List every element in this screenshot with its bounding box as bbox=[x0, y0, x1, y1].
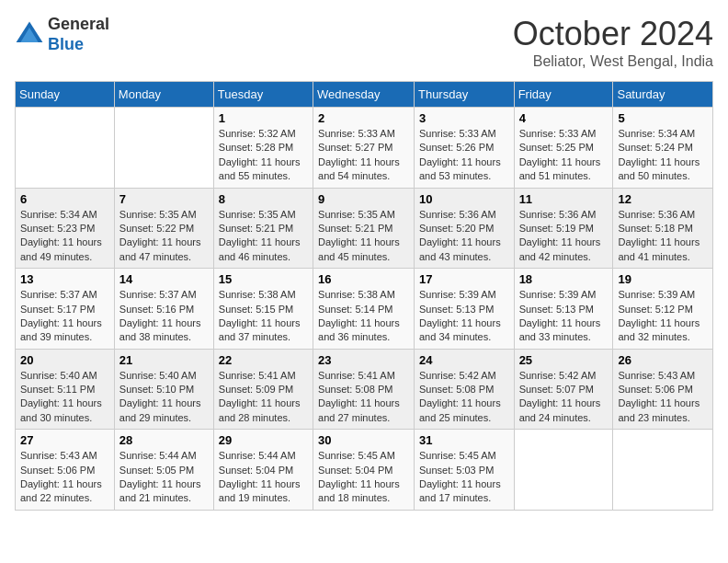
daylight-text: Daylight: 11 hours and 27 minutes. bbox=[318, 397, 400, 422]
daylight-text: Daylight: 11 hours and 46 minutes. bbox=[219, 236, 301, 261]
sunset-text: Sunset: 5:17 PM bbox=[20, 304, 95, 315]
calendar-cell: 25 Sunrise: 5:42 AM Sunset: 5:07 PM Dayl… bbox=[514, 349, 613, 430]
day-number: 23 bbox=[318, 353, 409, 367]
sunrise-text: Sunrise: 5:43 AM bbox=[618, 370, 695, 381]
calendar-cell: 19 Sunrise: 5:39 AM Sunset: 5:12 PM Dayl… bbox=[613, 269, 713, 350]
sunset-text: Sunset: 5:21 PM bbox=[219, 223, 293, 234]
sunrise-text: Sunrise: 5:35 AM bbox=[318, 209, 395, 220]
calendar-cell: 20 Sunrise: 5:40 AM Sunset: 5:11 PM Dayl… bbox=[16, 349, 115, 430]
sunrise-text: Sunrise: 5:42 AM bbox=[519, 370, 597, 381]
daylight-text: Daylight: 11 hours and 55 minutes. bbox=[219, 156, 301, 181]
sunset-text: Sunset: 5:19 PM bbox=[519, 223, 594, 234]
calendar-cell: 24 Sunrise: 5:42 AM Sunset: 5:08 PM Dayl… bbox=[414, 349, 514, 430]
col-header-sunday: Sunday bbox=[16, 82, 115, 108]
day-info: Sunrise: 5:36 AM Sunset: 5:20 PM Dayligh… bbox=[419, 208, 509, 265]
sunrise-text: Sunrise: 5:39 AM bbox=[618, 289, 695, 300]
sunset-text: Sunset: 5:24 PM bbox=[618, 142, 692, 153]
day-info: Sunrise: 5:36 AM Sunset: 5:18 PM Dayligh… bbox=[618, 208, 708, 265]
calendar-week-row: 1 Sunrise: 5:32 AM Sunset: 5:28 PM Dayli… bbox=[16, 108, 713, 189]
day-info: Sunrise: 5:41 AM Sunset: 5:09 PM Dayligh… bbox=[219, 369, 308, 426]
day-number: 26 bbox=[618, 353, 708, 367]
sunrise-text: Sunrise: 5:36 AM bbox=[618, 209, 695, 220]
day-number: 9 bbox=[318, 192, 409, 206]
day-info: Sunrise: 5:45 AM Sunset: 5:03 PM Dayligh… bbox=[419, 449, 509, 506]
daylight-text: Daylight: 11 hours and 47 minutes. bbox=[119, 236, 201, 261]
sunrise-text: Sunrise: 5:44 AM bbox=[119, 450, 197, 461]
sunset-text: Sunset: 5:28 PM bbox=[219, 142, 293, 153]
day-info: Sunrise: 5:37 AM Sunset: 5:17 PM Dayligh… bbox=[20, 288, 109, 345]
day-number: 22 bbox=[219, 353, 308, 367]
calendar-cell: 17 Sunrise: 5:39 AM Sunset: 5:13 PM Dayl… bbox=[414, 269, 514, 350]
daylight-text: Daylight: 11 hours and 54 minutes. bbox=[318, 156, 400, 181]
calendar-cell: 22 Sunrise: 5:41 AM Sunset: 5:09 PM Dayl… bbox=[213, 349, 313, 430]
day-number: 12 bbox=[618, 192, 708, 206]
calendar-week-row: 27 Sunrise: 5:43 AM Sunset: 5:06 PM Dayl… bbox=[16, 430, 713, 511]
calendar-cell bbox=[16, 108, 115, 189]
calendar-cell: 30 Sunrise: 5:45 AM Sunset: 5:04 PM Dayl… bbox=[313, 430, 415, 511]
day-info: Sunrise: 5:44 AM Sunset: 5:05 PM Dayligh… bbox=[119, 449, 209, 506]
sunrise-text: Sunrise: 5:37 AM bbox=[119, 289, 197, 300]
sunset-text: Sunset: 5:13 PM bbox=[419, 304, 494, 315]
calendar-body: 1 Sunrise: 5:32 AM Sunset: 5:28 PM Dayli… bbox=[16, 108, 713, 511]
calendar-table: SundayMondayTuesdayWednesdayThursdayFrid… bbox=[15, 81, 713, 511]
calendar-cell bbox=[514, 430, 613, 511]
calendar-cell: 7 Sunrise: 5:35 AM Sunset: 5:22 PM Dayli… bbox=[114, 188, 213, 269]
day-number: 18 bbox=[519, 272, 609, 286]
daylight-text: Daylight: 11 hours and 38 minutes. bbox=[119, 317, 201, 342]
day-number: 10 bbox=[419, 192, 509, 206]
day-number: 20 bbox=[20, 353, 109, 367]
col-header-monday: Monday bbox=[114, 82, 213, 108]
day-number: 21 bbox=[119, 353, 209, 367]
day-info: Sunrise: 5:33 AM Sunset: 5:27 PM Dayligh… bbox=[318, 127, 409, 184]
calendar-cell: 4 Sunrise: 5:33 AM Sunset: 5:25 PM Dayli… bbox=[514, 108, 613, 189]
sunrise-text: Sunrise: 5:36 AM bbox=[419, 209, 496, 220]
logo-blue-text: Blue bbox=[48, 35, 109, 55]
sunrise-text: Sunrise: 5:33 AM bbox=[318, 128, 395, 139]
calendar-cell: 12 Sunrise: 5:36 AM Sunset: 5:18 PM Dayl… bbox=[613, 188, 713, 269]
day-info: Sunrise: 5:35 AM Sunset: 5:21 PM Dayligh… bbox=[219, 208, 308, 265]
day-info: Sunrise: 5:42 AM Sunset: 5:07 PM Dayligh… bbox=[519, 369, 609, 426]
calendar-cell: 10 Sunrise: 5:36 AM Sunset: 5:20 PM Dayl… bbox=[414, 188, 514, 269]
calendar-week-row: 20 Sunrise: 5:40 AM Sunset: 5:11 PM Dayl… bbox=[16, 349, 713, 430]
calendar-cell: 2 Sunrise: 5:33 AM Sunset: 5:27 PM Dayli… bbox=[313, 108, 415, 189]
daylight-text: Daylight: 11 hours and 36 minutes. bbox=[318, 317, 400, 342]
daylight-text: Daylight: 11 hours and 33 minutes. bbox=[519, 317, 601, 342]
day-number: 3 bbox=[419, 111, 509, 125]
day-number: 28 bbox=[119, 433, 209, 447]
day-number: 11 bbox=[519, 192, 609, 206]
day-info: Sunrise: 5:42 AM Sunset: 5:08 PM Dayligh… bbox=[419, 369, 509, 426]
sunrise-text: Sunrise: 5:44 AM bbox=[219, 450, 296, 461]
sunset-text: Sunset: 5:06 PM bbox=[618, 384, 692, 395]
logo: General Blue bbox=[15, 15, 109, 54]
col-header-wednesday: Wednesday bbox=[313, 82, 415, 108]
daylight-text: Daylight: 11 hours and 29 minutes. bbox=[119, 397, 201, 422]
sunset-text: Sunset: 5:09 PM bbox=[219, 384, 293, 395]
day-info: Sunrise: 5:36 AM Sunset: 5:19 PM Dayligh… bbox=[519, 208, 609, 265]
calendar-cell: 13 Sunrise: 5:37 AM Sunset: 5:17 PM Dayl… bbox=[16, 269, 115, 350]
sunrise-text: Sunrise: 5:34 AM bbox=[618, 128, 695, 139]
sunrise-text: Sunrise: 5:34 AM bbox=[20, 209, 97, 220]
sunset-text: Sunset: 5:22 PM bbox=[119, 223, 194, 234]
day-number: 30 bbox=[318, 433, 409, 447]
daylight-text: Daylight: 11 hours and 19 minutes. bbox=[219, 478, 301, 503]
day-number: 19 bbox=[618, 272, 708, 286]
daylight-text: Daylight: 11 hours and 43 minutes. bbox=[419, 236, 501, 261]
daylight-text: Daylight: 11 hours and 49 minutes. bbox=[20, 236, 102, 261]
calendar-cell: 21 Sunrise: 5:40 AM Sunset: 5:10 PM Dayl… bbox=[114, 349, 213, 430]
sunset-text: Sunset: 5:07 PM bbox=[519, 384, 594, 395]
sunset-text: Sunset: 5:23 PM bbox=[20, 223, 95, 234]
month-title: October 2024 bbox=[513, 15, 713, 53]
day-info: Sunrise: 5:43 AM Sunset: 5:06 PM Dayligh… bbox=[20, 449, 109, 506]
day-info: Sunrise: 5:41 AM Sunset: 5:08 PM Dayligh… bbox=[318, 369, 409, 426]
sunrise-text: Sunrise: 5:33 AM bbox=[519, 128, 597, 139]
calendar-header-row: SundayMondayTuesdayWednesdayThursdayFrid… bbox=[16, 82, 713, 108]
day-info: Sunrise: 5:33 AM Sunset: 5:26 PM Dayligh… bbox=[419, 127, 509, 184]
daylight-text: Daylight: 11 hours and 22 minutes. bbox=[20, 478, 102, 503]
daylight-text: Daylight: 11 hours and 28 minutes. bbox=[219, 397, 301, 422]
logo-icon bbox=[15, 20, 44, 50]
day-number: 1 bbox=[219, 111, 308, 125]
sunset-text: Sunset: 5:15 PM bbox=[219, 304, 293, 315]
sunset-text: Sunset: 5:20 PM bbox=[419, 223, 494, 234]
day-number: 29 bbox=[219, 433, 308, 447]
sunset-text: Sunset: 5:04 PM bbox=[318, 465, 392, 476]
